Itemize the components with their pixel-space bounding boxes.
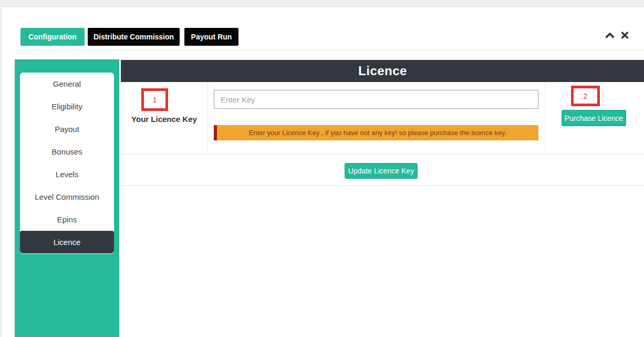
- tabs-divider: [12, 50, 644, 50]
- licence-key-label: Your Licence Key: [121, 115, 207, 124]
- licence-warning-text: Enter your Licence Key , if you have not…: [249, 129, 506, 137]
- sidebar-item-payout[interactable]: Payout: [20, 118, 114, 140]
- annotation-step-2-box: 2: [571, 86, 600, 106]
- page: Configuration Distribute Commission Payo…: [0, 0, 644, 337]
- section-header: Licence: [121, 60, 644, 82]
- window-controls: [605, 31, 629, 39]
- config-sidebar: General Eligibility Payout Bonuses Level…: [15, 59, 119, 337]
- column-divider: [545, 82, 545, 155]
- sidebar-item-levels[interactable]: Levels: [20, 163, 114, 186]
- annotation-step-1-number: 1: [153, 96, 157, 104]
- sidebar-item-level-commission[interactable]: Level Commission: [20, 186, 114, 208]
- annotation-step-2-number: 2: [584, 92, 588, 100]
- licence-key-input[interactable]: [214, 90, 538, 109]
- close-icon[interactable]: [620, 31, 629, 39]
- tab-distribute-commission[interactable]: Distribute Commission: [88, 28, 180, 46]
- tab-payout-run[interactable]: Payout Run: [184, 28, 238, 46]
- sidebar-item-eligibility[interactable]: Eligibility: [20, 95, 114, 118]
- purchase-licence-button[interactable]: Purchase Licence: [562, 110, 626, 126]
- update-licence-key-button[interactable]: Update Licence Key: [345, 163, 418, 179]
- column-divider: [207, 82, 208, 155]
- sidebar-menu-card: General Eligibility Payout Bonuses Level…: [20, 73, 114, 254]
- main-window-panel: Configuration Distribute Commission Payo…: [2, 6, 644, 337]
- tab-configuration[interactable]: Configuration: [20, 28, 85, 46]
- sidebar-item-bonuses[interactable]: Bonuses: [20, 140, 114, 163]
- sidebar-item-epins[interactable]: Epins: [20, 208, 114, 231]
- sidebar-item-licence[interactable]: Licence: [20, 231, 114, 253]
- licence-warning-banner: Enter your Licence Key , if you have not…: [214, 125, 538, 140]
- page-title: Licence: [358, 64, 407, 78]
- annotation-step-1-box: 1: [141, 88, 168, 111]
- chevron-up-icon[interactable]: [605, 31, 615, 39]
- sidebar-item-general[interactable]: General: [20, 73, 114, 95]
